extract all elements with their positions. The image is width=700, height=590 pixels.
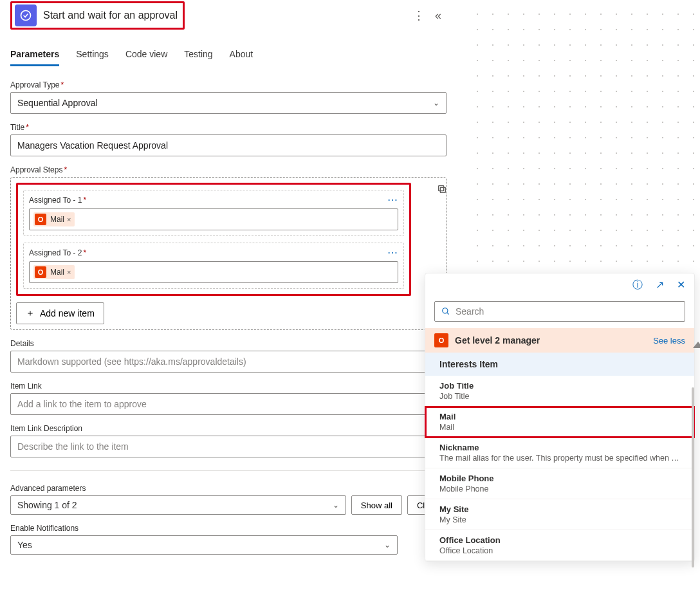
input-item-link-desc[interactable]: Describe the link to the item <box>10 436 447 457</box>
copy-steps-icon[interactable] <box>437 184 447 197</box>
itemlinkdesc-placeholder: Describe the link to the item <box>17 441 129 452</box>
office-icon: O <box>35 214 46 225</box>
action-title: Start and wait for an approval <box>43 10 178 21</box>
info-icon[interactable]: ⓘ <box>632 279 643 292</box>
office-icon: O <box>35 266 46 278</box>
action-header: Start and wait for an approval <box>10 1 185 30</box>
field-approval-steps: Approval Steps* Assigned To - 1* ··· O M… <box>10 165 447 330</box>
input-details[interactable]: Markdown supported (see https://aka.ms/a… <box>10 351 447 373</box>
chevron-down-icon: ⌄ <box>384 540 391 549</box>
token-label-2: Mail <box>50 268 64 277</box>
label-title: Title* <box>10 123 447 132</box>
step-item-2: Assigned To - 2* ··· O Mail × <box>23 243 404 289</box>
field-notifications: Enable Notifications Yes ⌄ <box>10 524 447 555</box>
show-all-button[interactable]: Show all <box>351 495 402 515</box>
more-menu-icon[interactable]: ⋮ <box>408 8 430 23</box>
token-remove-1[interactable]: × <box>67 216 71 223</box>
field-item-link: Item Link Add a link to the item to appr… <box>10 382 447 415</box>
list-item-mail[interactable]: Mail Mail <box>425 407 694 438</box>
steps-highlight: Assigned To - 1* ··· O Mail × Assigned T… <box>16 183 411 296</box>
list-item-office-location[interactable]: Office Location Office Location <box>425 530 694 561</box>
add-new-item-button[interactable]: ＋ Add new item <box>16 302 104 324</box>
source-title: Get level 2 manager <box>455 335 540 346</box>
field-item-link-desc: Item Link Description Describe the link … <box>10 424 447 457</box>
popup-caret-icon <box>693 342 700 348</box>
itemlink-placeholder: Add a link to the item to approve <box>17 399 147 409</box>
field-advanced: Advanced parameters Showing 1 of 2 ⌄ Sho… <box>10 484 447 515</box>
tab-about[interactable]: About <box>230 49 253 66</box>
label-approval-type: Approval Type* <box>10 80 447 89</box>
step-label-2: Assigned To - 2* <box>29 248 86 257</box>
label-notifications: Enable Notifications <box>10 524 447 533</box>
notifications-value: Yes <box>17 540 32 550</box>
steps-container: Assigned To - 1* ··· O Mail × Assigned T… <box>10 177 447 330</box>
label-item-link: Item Link <box>10 382 447 391</box>
list-item-my-site[interactable]: My Site My Site <box>425 499 694 530</box>
tab-bar: Parameters Settings Code view Testing Ab… <box>10 49 447 66</box>
list-item-mobile-phone[interactable]: Mobile Phone Mobile Phone <box>425 468 694 499</box>
action-config-panel: Start and wait for an approval ⋮ « Param… <box>0 0 457 590</box>
category-interests-item[interactable]: Interests Item <box>425 353 694 376</box>
token-remove-2[interactable]: × <box>67 268 71 276</box>
tab-testing[interactable]: Testing <box>184 49 212 66</box>
field-title: Title* Managers Vacation Request Approva… <box>10 123 447 156</box>
advanced-showing: Showing 1 of 2 <box>17 500 77 510</box>
office-icon: O <box>434 333 448 347</box>
field-details: Details Markdown supported (see https://… <box>10 339 447 373</box>
search-icon <box>441 307 450 316</box>
advanced-select[interactable]: Showing 1 of 2 ⌄ <box>10 495 346 515</box>
property-list: Job Title Job Title Mail Mail Nickname T… <box>425 376 694 561</box>
header-bar: Start and wait for an approval ⋮ « <box>10 0 447 31</box>
canvas-grid <box>470 6 695 264</box>
details-placeholder: Markdown supported (see https://aka.ms/a… <box>17 356 246 367</box>
token-mail-2[interactable]: O Mail × <box>33 265 75 279</box>
scrollbar-thumb[interactable] <box>692 387 694 567</box>
list-item-nickname[interactable]: Nickname The mail alias for the user. Th… <box>425 438 694 468</box>
divider <box>10 470 447 471</box>
assigned-to-input-2[interactable]: O Mail × <box>29 261 398 283</box>
tab-parameters[interactable]: Parameters <box>10 49 59 66</box>
svg-point-3 <box>443 308 448 313</box>
token-label-1: Mail <box>50 215 64 224</box>
step-label-1: Assigned To - 1* <box>29 196 86 205</box>
step-menu-1[interactable]: ··· <box>388 196 398 205</box>
close-icon[interactable]: ✕ <box>677 279 685 292</box>
dynamic-source-header[interactable]: O Get level 2 manager See less <box>425 328 694 353</box>
expand-icon[interactable]: ↗ <box>656 279 664 292</box>
chevron-down-icon: ⌄ <box>333 501 339 510</box>
search-input[interactable]: Search <box>434 301 685 322</box>
svg-line-4 <box>447 313 449 315</box>
assigned-to-input-1[interactable]: O Mail × <box>29 208 398 230</box>
step-item-1: Assigned To - 1* ··· O Mail × <box>23 190 404 236</box>
label-advanced: Advanced parameters <box>10 484 447 493</box>
value-approval-type: Sequential Approval <box>17 98 98 108</box>
svg-rect-2 <box>439 186 444 191</box>
field-approval-type: Approval Type* Sequential Approval ⌄ <box>10 80 447 114</box>
input-title[interactable]: Managers Vacation Request Approval <box>10 134 447 156</box>
approvals-icon <box>15 5 37 26</box>
chevron-down-icon: ⌄ <box>433 98 439 107</box>
step-menu-2[interactable]: ··· <box>388 248 398 257</box>
list-item-job-title[interactable]: Job Title Job Title <box>425 376 694 407</box>
token-mail-1[interactable]: O Mail × <box>33 212 75 226</box>
svg-point-0 <box>21 11 31 21</box>
input-approval-type[interactable]: Sequential Approval ⌄ <box>10 92 447 114</box>
see-less-link[interactable]: See less <box>653 336 685 346</box>
plus-icon: ＋ <box>26 308 35 319</box>
svg-rect-1 <box>440 187 445 192</box>
search-placeholder: Search <box>456 306 484 317</box>
input-notifications[interactable]: Yes ⌄ <box>10 535 398 555</box>
value-title: Managers Vacation Request Approval <box>17 140 168 151</box>
collapse-panel-icon[interactable]: « <box>430 9 447 23</box>
label-item-link-desc: Item Link Description <box>10 424 447 433</box>
tab-codeview[interactable]: Code view <box>125 49 167 66</box>
dynamic-content-popup: ⓘ ↗ ✕ Search O Get level 2 manager See l… <box>425 273 695 562</box>
add-item-label: Add new item <box>40 308 95 318</box>
tab-settings[interactable]: Settings <box>76 49 109 66</box>
label-details: Details <box>10 339 447 348</box>
input-item-link[interactable]: Add a link to the item to approve <box>10 393 447 415</box>
label-approval-steps: Approval Steps* <box>10 165 447 174</box>
